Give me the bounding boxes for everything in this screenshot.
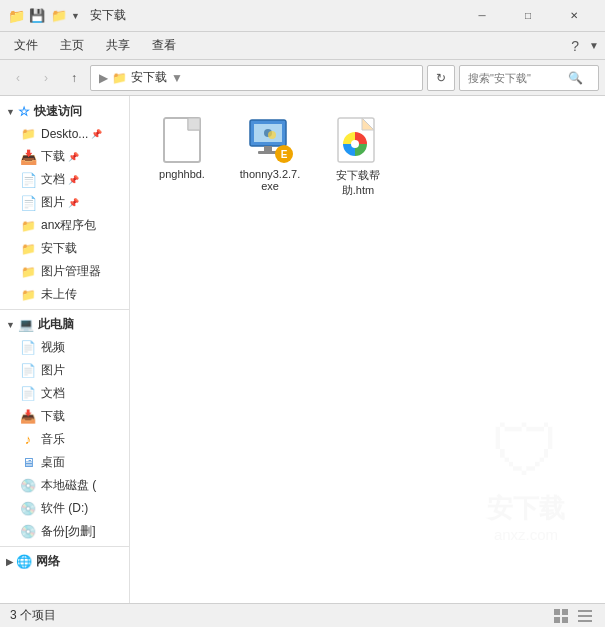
svg-rect-18 (562, 617, 568, 623)
sidebar-item-anx[interactable]: 📁 anx程序包 (0, 214, 129, 237)
sidebar-item-label: 文档 (41, 171, 65, 188)
menu-view[interactable]: 查看 (142, 33, 186, 58)
quick-access-label: 快速访问 (34, 103, 82, 120)
file-name: 安下载帮助.htm (326, 168, 390, 198)
document-icon (158, 116, 206, 164)
search-bar[interactable]: 🔍 (459, 65, 599, 91)
dropdown-arrow[interactable]: ▼ (71, 11, 80, 21)
sidebar-item-doc2[interactable]: 📄 文档 (0, 382, 129, 405)
network-section[interactable]: ▶ 🌐 网络 (0, 550, 129, 573)
htm-icon (334, 116, 382, 164)
maximize-button[interactable]: □ (505, 0, 551, 32)
sidebar-item-music[interactable]: ♪ 音乐 (0, 428, 129, 451)
svg-rect-15 (554, 609, 560, 615)
search-icon[interactable]: 🔍 (568, 71, 583, 85)
file-area: 🛡 安下载 anxz.com pnghhbd. (130, 96, 605, 603)
file-grid: pnghhbd. E (146, 112, 589, 202)
photo-icon: 📄 (20, 363, 36, 379)
sidebar-item-disk-d[interactable]: 💿 软件 (D:) (0, 497, 129, 520)
menu-file[interactable]: 文件 (4, 33, 48, 58)
window-controls: ─ □ ✕ (459, 0, 597, 32)
sidebar-item-label: 图片 (41, 362, 65, 379)
backup-icon: 💿 (20, 524, 36, 540)
sidebar: ▼ ☆ 快速访问 📁 Deskto... 📌 📥 下载 📌 📄 文档 📌 📄 图… (0, 96, 130, 603)
close-button[interactable]: ✕ (551, 0, 597, 32)
address-bar[interactable]: ▶ 📁 安下载 ▼ (90, 65, 423, 91)
sidebar-item-imgmgr[interactable]: 📁 图片管理器 (0, 260, 129, 283)
file-item-thonny[interactable]: E thonny3.2.7.exe (234, 112, 306, 196)
sidebar-item-upload[interactable]: 📁 未上传 (0, 283, 129, 306)
sidebar-item-dl2[interactable]: 📥 下载 (0, 405, 129, 428)
sidebar-item-anzaixai[interactable]: 📁 安下载 (0, 237, 129, 260)
menu-share[interactable]: 共享 (96, 33, 140, 58)
network-arrow: ▶ (6, 557, 13, 567)
menu-home[interactable]: 主页 (50, 33, 94, 58)
save-btn[interactable]: 💾 (27, 6, 47, 26)
folder-icon: 📁 (20, 264, 36, 280)
file-name: thonny3.2.7.exe (238, 168, 302, 192)
sidebar-item-label: anx程序包 (41, 217, 96, 234)
item-count: 3 个项目 (10, 607, 56, 624)
back-button[interactable]: ‹ (6, 66, 30, 90)
watermark: 🛡 安下载 anxz.com (487, 411, 565, 543)
refresh-button[interactable]: ↻ (427, 65, 455, 91)
svg-rect-20 (578, 615, 592, 617)
sidebar-item-label: 下载 (41, 148, 65, 165)
sidebar-item-backup[interactable]: 💿 备份[勿删] (0, 520, 129, 543)
help-icon[interactable]: ? (565, 38, 585, 54)
sidebar-item-label: 下载 (41, 408, 65, 425)
search-input[interactable] (468, 72, 568, 84)
sidebar-divider-1 (0, 309, 129, 310)
new-folder-btn[interactable]: 📁 (49, 6, 69, 26)
sidebar-item-pictures[interactable]: 📄 图片 📌 (0, 191, 129, 214)
sidebar-item-desktop[interactable]: 📁 Deskto... 📌 (0, 123, 129, 145)
title-bar-left: 📁 💾 📁 ▼ 安下载 (8, 6, 126, 26)
sidebar-divider-2 (0, 546, 129, 547)
svg-rect-17 (554, 617, 560, 623)
chevron-down-icon[interactable]: ▼ (587, 40, 601, 51)
file-item-pnghhbd[interactable]: pnghhbd. (146, 112, 218, 184)
up-button[interactable]: ↑ (62, 66, 86, 90)
file-item-htm[interactable]: 安下载帮助.htm (322, 112, 394, 202)
docs-icon: 📄 (20, 172, 36, 188)
sidebar-item-label: 图片管理器 (41, 263, 101, 280)
quick-access-toolbar: 📁 💾 📁 ▼ (8, 6, 80, 26)
list-view-button[interactable] (575, 607, 595, 625)
toolbar: ‹ › ↑ ▶ 📁 安下载 ▼ ↻ 🔍 (0, 60, 605, 96)
forward-button[interactable]: › (34, 66, 58, 90)
sidebar-item-label: 视频 (41, 339, 65, 356)
quick-access-section[interactable]: ▼ ☆ 快速访问 (0, 100, 129, 123)
view-toggle (551, 607, 595, 625)
svg-rect-6 (258, 151, 278, 154)
watermark-shield-icon: 🛡 (491, 411, 561, 491)
sidebar-item-photo[interactable]: 📄 图片 (0, 359, 129, 382)
pin-icon: 📌 (68, 198, 79, 208)
svg-rect-5 (264, 146, 272, 151)
pictures-icon: 📄 (20, 195, 36, 211)
pin-icon: 📌 (68, 175, 79, 185)
grid-view-button[interactable] (551, 607, 571, 625)
quick-access-star-icon: ☆ (18, 104, 30, 119)
svg-point-14 (351, 140, 359, 148)
minimize-button[interactable]: ─ (459, 0, 505, 32)
sidebar-item-localdisk[interactable]: 💿 本地磁盘 ( (0, 474, 129, 497)
svg-text:E: E (281, 149, 288, 160)
disk-icon: 💿 (20, 478, 36, 494)
sidebar-item-label: 文档 (41, 385, 65, 402)
sidebar-item-download[interactable]: 📥 下载 📌 (0, 145, 129, 168)
sidebar-item-label: 备份[勿删] (41, 523, 96, 540)
folder-icon: 📁 (20, 241, 36, 257)
sidebar-item-label: 桌面 (41, 454, 65, 471)
sidebar-item-docs[interactable]: 📄 文档 📌 (0, 168, 129, 191)
svg-rect-16 (562, 609, 568, 615)
this-pc-section[interactable]: ▼ 💻 此电脑 (0, 313, 129, 336)
executable-icon: E (246, 116, 294, 164)
svg-point-10 (268, 131, 276, 139)
sidebar-item-desktop2[interactable]: 🖥 桌面 (0, 451, 129, 474)
quick-access-arrow: ▼ (6, 107, 15, 117)
title-bar: 📁 💾 📁 ▼ 安下载 ─ □ ✕ (0, 0, 605, 32)
sidebar-item-video[interactable]: 📄 视频 (0, 336, 129, 359)
address-path: 安下载 (131, 69, 167, 86)
address-path-arrow: ▶ (99, 71, 108, 85)
music-icon: ♪ (20, 432, 36, 448)
